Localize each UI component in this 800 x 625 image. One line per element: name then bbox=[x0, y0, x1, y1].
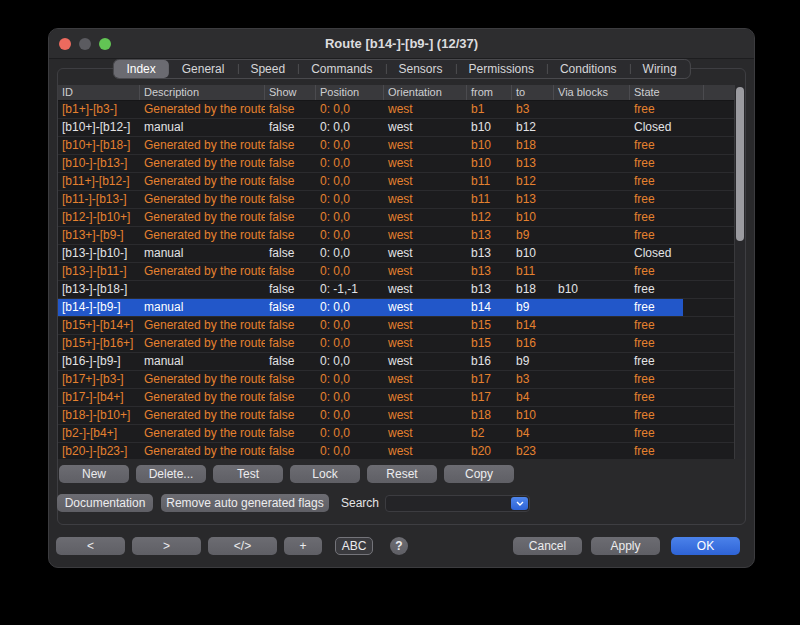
table-row[interactable]: [b14-]-[b9-] manual false 0: 0,0 west b1… bbox=[58, 299, 734, 317]
table-row[interactable]: [b10+]-[b18-] Generated by the router fa… bbox=[58, 137, 734, 155]
cell-from: b14 bbox=[467, 299, 512, 316]
header-cell-description[interactable]: Description bbox=[140, 85, 265, 100]
minimize-window-button[interactable] bbox=[79, 38, 91, 50]
tab-speed[interactable]: Speed bbox=[237, 60, 298, 78]
new-button[interactable]: New bbox=[59, 465, 129, 483]
next-route-button[interactable]: > bbox=[132, 537, 201, 555]
cell-description: manual bbox=[140, 299, 265, 316]
tab-sensors[interactable]: Sensors bbox=[386, 60, 456, 78]
tab-permissions[interactable]: Permissions bbox=[456, 60, 547, 78]
xml-code-button[interactable]: </> bbox=[208, 537, 277, 555]
cell-to: b3 bbox=[512, 371, 554, 388]
cell-description: Generated by the router bbox=[140, 227, 265, 244]
table-row[interactable]: [b13-]-[b10-] manual false 0: 0,0 west b… bbox=[58, 245, 734, 263]
test-button[interactable]: Test bbox=[213, 465, 283, 483]
cell-via bbox=[554, 101, 630, 118]
close-window-button[interactable] bbox=[59, 38, 71, 50]
cell-from: b17 bbox=[467, 371, 512, 388]
cell-position: 0: 0,0 bbox=[316, 227, 384, 244]
search-label: Search bbox=[341, 496, 379, 510]
cell-to: b9 bbox=[512, 299, 554, 316]
search-combobox[interactable] bbox=[385, 495, 530, 512]
cell-position: 0: -1,-1 bbox=[316, 281, 384, 298]
table-row[interactable]: [b20-]-[b23-] Generated by the router fa… bbox=[58, 443, 734, 459]
cell-to: b10 bbox=[512, 407, 554, 424]
cell-description: Generated by the router bbox=[140, 101, 265, 118]
cell-via bbox=[554, 425, 630, 442]
help-button[interactable]: ? bbox=[390, 537, 408, 555]
reset-button[interactable]: Reset bbox=[367, 465, 437, 483]
cell-from: b1 bbox=[467, 101, 512, 118]
cell-from: b12 bbox=[467, 209, 512, 226]
cell-position: 0: 0,0 bbox=[316, 191, 384, 208]
cell-from: b10 bbox=[467, 137, 512, 154]
table-row[interactable]: [b10-]-[b13-] Generated by the router fa… bbox=[58, 155, 734, 173]
table-row[interactable]: [b10+]-[b12-] manual false 0: 0,0 west b… bbox=[58, 119, 734, 137]
table-row[interactable]: [b13-]-[b11-] Generated by the router fa… bbox=[58, 263, 734, 281]
table-row[interactable]: [b13+]-[b9-] Generated by the router fal… bbox=[58, 227, 734, 245]
header-cell-id[interactable]: ID bbox=[58, 85, 140, 100]
cell-to: b9 bbox=[512, 353, 554, 370]
lock-button[interactable]: Lock bbox=[290, 465, 360, 483]
table-row[interactable]: [b18-]-[b10+] Generated by the router fa… bbox=[58, 407, 734, 425]
cell-from: b17 bbox=[467, 389, 512, 406]
cell-position: 0: 0,0 bbox=[316, 353, 384, 370]
cell-state: free bbox=[630, 407, 683, 424]
combo-dropdown-button[interactable] bbox=[511, 497, 528, 510]
header-cell-position[interactable]: Position bbox=[316, 85, 384, 100]
table-row[interactable]: [b16-]-[b9-] manual false 0: 0,0 west b1… bbox=[58, 353, 734, 371]
cell-orientation: west bbox=[384, 335, 467, 352]
table-row[interactable]: [b17-]-[b4+] Generated by the router fal… bbox=[58, 389, 734, 407]
cell-id: [b15+]-[b14+] bbox=[58, 317, 140, 334]
tab-conditions[interactable]: Conditions bbox=[547, 60, 630, 78]
table-row[interactable]: [b12-]-[b10+] Generated by the router fa… bbox=[58, 209, 734, 227]
header-cell-state[interactable]: State bbox=[630, 85, 704, 100]
cell-orientation: west bbox=[384, 119, 467, 136]
cell-description: manual bbox=[140, 353, 265, 370]
table-row[interactable]: [b17+]-[b3-] Generated by the router fal… bbox=[58, 371, 734, 389]
table-row[interactable]: [b1+]-[b3-] Generated by the router fals… bbox=[58, 101, 734, 119]
previous-route-button[interactable]: < bbox=[56, 537, 125, 555]
cell-position: 0: 0,0 bbox=[316, 155, 384, 172]
cell-via bbox=[554, 353, 630, 370]
table-row[interactable]: [b11-]-[b13-] Generated by the router fa… bbox=[58, 191, 734, 209]
table-row[interactable]: [b15+]-[b14+] Generated by the router fa… bbox=[58, 317, 734, 335]
table-row[interactable]: [b13-]-[b18-] false 0: -1,-1 west b13 b1… bbox=[58, 281, 734, 299]
apply-button[interactable]: Apply bbox=[591, 537, 660, 555]
zoom-window-button[interactable] bbox=[99, 38, 111, 50]
cell-description: Generated by the router bbox=[140, 191, 265, 208]
tab-general[interactable]: General bbox=[169, 60, 238, 78]
tab-commands[interactable]: Commands bbox=[298, 60, 385, 78]
documentation-button[interactable]: Documentation bbox=[57, 494, 153, 512]
delete-button[interactable]: Delete... bbox=[136, 465, 206, 483]
header-cell-orientation[interactable]: Orientation bbox=[384, 85, 467, 100]
add-button[interactable]: + bbox=[284, 537, 322, 555]
tab-index[interactable]: Index bbox=[113, 60, 168, 78]
cell-from: b13 bbox=[467, 281, 512, 298]
chevron-down-icon bbox=[516, 501, 524, 506]
cell-to: b9 bbox=[512, 227, 554, 244]
abc-button[interactable]: ABC bbox=[335, 537, 373, 555]
cell-orientation: west bbox=[384, 371, 467, 388]
cell-orientation: west bbox=[384, 353, 467, 370]
cell-to: b23 bbox=[512, 443, 554, 459]
header-cell-show[interactable]: Show bbox=[265, 85, 316, 100]
table-row[interactable]: [b2-]-[b4+] Generated by the router fals… bbox=[58, 425, 734, 443]
cancel-button[interactable]: Cancel bbox=[513, 537, 582, 555]
header-cell-to[interactable]: to bbox=[512, 85, 554, 100]
cell-description: Generated by the router bbox=[140, 209, 265, 226]
tab-wiring[interactable]: Wiring bbox=[630, 60, 690, 78]
header-cell-via-blocks[interactable]: Via blocks bbox=[554, 85, 630, 100]
cell-show: false bbox=[265, 263, 316, 280]
cell-state: Closed bbox=[630, 245, 683, 262]
header-cell-from[interactable]: from bbox=[467, 85, 512, 100]
copy-button[interactable]: Copy bbox=[444, 465, 514, 483]
remove-auto-flags-button[interactable]: Remove auto generated flags bbox=[161, 494, 329, 512]
vertical-scrollbar[interactable] bbox=[734, 85, 745, 459]
ok-button[interactable]: OK bbox=[671, 537, 740, 555]
table-row[interactable]: [b11+]-[b12-] Generated by the router fa… bbox=[58, 173, 734, 191]
cell-show: false bbox=[265, 425, 316, 442]
cell-position: 0: 0,0 bbox=[316, 407, 384, 424]
scrollbar-thumb[interactable] bbox=[736, 87, 744, 241]
table-row[interactable]: [b15+]-[b16+] Generated by the router fa… bbox=[58, 335, 734, 353]
